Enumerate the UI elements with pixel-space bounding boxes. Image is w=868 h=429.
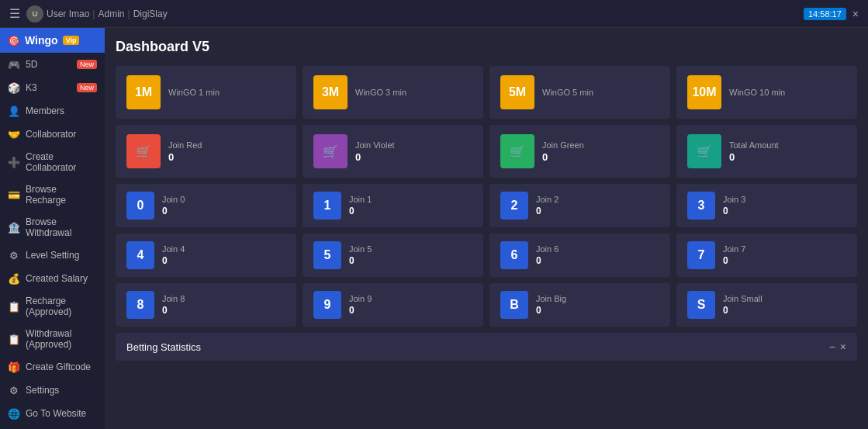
- wingo-1m-icon: 1M: [126, 75, 161, 109]
- join-1-card[interactable]: 1 Join 1 0: [303, 184, 483, 227]
- total-amount-label: Total Amount: [729, 140, 779, 150]
- join-8-card[interactable]: 8 Join 8 0: [116, 283, 296, 327]
- sidebar-item-members[interactable]: 👤 Members: [0, 99, 105, 123]
- sidebar-item-go-to-website[interactable]: 🌐 Go To Website: [0, 402, 105, 425]
- betting-stats-close-button[interactable]: ×: [840, 341, 846, 353]
- join-0-value: 0: [162, 206, 185, 216]
- join-big-card[interactable]: B Join Big 0: [489, 283, 670, 327]
- join-9-badge: 9: [313, 291, 341, 319]
- create-collaborator-icon: ➕: [8, 156, 20, 168]
- wingo-3m-label: WinGO 3 min: [355, 88, 406, 97]
- join-8-value: 0: [162, 305, 185, 316]
- collaborator-icon: 🤝: [8, 128, 20, 140]
- total-amount-icon: 🛒: [687, 134, 721, 168]
- sidebar-item-browse-withdrawal[interactable]: 🏦 Browse Withdrawal: [0, 211, 105, 244]
- total-amount-card[interactable]: 🛒 Total Amount 0: [676, 125, 857, 178]
- sidebar-item-label: K3: [26, 82, 37, 93]
- join-2-value: 0: [536, 206, 558, 216]
- wingo-3m-card[interactable]: 3M WinGO 3 min: [303, 66, 483, 119]
- join-5-label: Join 5: [349, 244, 372, 254]
- join-red-card[interactable]: 🛒 Join Red 0: [116, 125, 296, 178]
- 5d-icon: 🎮: [8, 58, 20, 71]
- total-amount-value: 0: [729, 151, 779, 163]
- join-5-value: 0: [349, 255, 372, 266]
- join-7-value: 0: [723, 255, 745, 266]
- members-icon: 👤: [8, 105, 20, 117]
- betting-stats-title: Betting Statistics: [126, 341, 201, 353]
- join-3-card[interactable]: 3 Join 3 0: [676, 184, 857, 227]
- join-violet-card[interactable]: 🛒 Join Violet 0: [303, 125, 483, 178]
- join-4-badge: 4: [126, 241, 154, 269]
- betting-stats-minimize-button[interactable]: −: [829, 341, 835, 353]
- join-0-card[interactable]: 0 Join 0 0: [116, 184, 296, 227]
- join-small-card[interactable]: S Join Small 0: [676, 283, 857, 327]
- join-1-value: 0: [349, 206, 372, 216]
- join-small-badge: S: [687, 291, 715, 319]
- created-salary-icon: 💰: [8, 272, 20, 285]
- brand-icon: 🎯: [8, 35, 20, 47]
- join-big-value: 0: [536, 305, 566, 316]
- sidebar-item-recharge-approved[interactable]: 📋 Recharge (Approved): [0, 290, 105, 323]
- join-6-card[interactable]: 6 Join 6 0: [489, 234, 670, 277]
- sidebar-item-5d[interactable]: 🎮 5D New: [0, 53, 105, 76]
- wingo-10m-info: WinGO 10 min: [729, 88, 785, 97]
- browse-withdrawal-icon: 🏦: [8, 221, 20, 234]
- join-1-label: Join 1: [349, 195, 372, 204]
- join-red-value: 0: [168, 151, 202, 163]
- sidebar-item-browse-recharge[interactable]: 💳 Browse Recharge: [0, 178, 105, 211]
- sidebar-item-label: Created Salary: [26, 273, 88, 284]
- wingo-5m-card[interactable]: 5M WinGO 5 min: [489, 66, 670, 119]
- withdrawal-approved-icon: 📋: [8, 333, 20, 345]
- join-7-card[interactable]: 7 Join 7 0: [676, 234, 857, 277]
- join-5-card[interactable]: 5 Join 5 0: [303, 234, 483, 277]
- join-6-value: 0: [536, 255, 558, 266]
- betting-stats-actions: − ×: [829, 341, 846, 353]
- join-8-info: Join 8 0: [162, 294, 185, 316]
- sidebar-item-create-giftcode[interactable]: 🎁 Create Giftcode: [0, 355, 105, 379]
- sidebar-item-k3[interactable]: 🎲 K3 New: [0, 76, 105, 99]
- join-green-info: Join Green 0: [542, 140, 584, 163]
- sidebar-item-withdrawal-approved[interactable]: 📋 Withdrawal (Approved): [0, 323, 105, 355]
- join-5-badge: 5: [313, 241, 341, 269]
- sidebar: 🎯 Wingo Vip 🎮 5D New 🎲 K3 New 👤 Members …: [0, 28, 105, 429]
- sidebar-item-collaborator[interactable]: 🤝 Collaborator: [0, 123, 105, 146]
- join-3-info: Join 3 0: [723, 195, 745, 216]
- sidebar-item-created-salary[interactable]: 💰 Created Salary: [0, 267, 105, 290]
- join-9-card[interactable]: 9 Join 9 0: [303, 283, 483, 327]
- number-cards-row-3: 8 Join 8 0 9 Join 9 0 B Join Big 0: [116, 283, 857, 327]
- sidebar-brand[interactable]: 🎯 Wingo Vip: [0, 28, 105, 53]
- sidebar-item-level-setting[interactable]: ⚙ Level Setting: [0, 244, 105, 267]
- join-red-icon: 🛒: [126, 134, 161, 168]
- betting-stats-bar: Betting Statistics − ×: [116, 333, 857, 361]
- 5d-badge: New: [77, 60, 97, 69]
- join-violet-info: Join Violet 0: [355, 140, 395, 163]
- sidebar-item-label: Create Giftcode: [26, 362, 91, 372]
- wingo-1m-card[interactable]: 1M WinGO 1 min: [116, 66, 296, 119]
- hamburger-icon[interactable]: ☰: [9, 6, 20, 21]
- topbar-close-button[interactable]: ×: [852, 8, 859, 20]
- join-2-badge: 2: [500, 192, 528, 220]
- join-green-icon: 🛒: [500, 134, 534, 168]
- join-green-card[interactable]: 🛒 Join Green 0: [489, 125, 670, 178]
- go-to-website-icon: 🌐: [8, 407, 20, 420]
- sidebar-item-label: Members: [26, 106, 64, 116]
- join-1-badge: 1: [313, 192, 341, 220]
- join-big-label: Join Big: [536, 294, 566, 303]
- join-4-info: Join 4 0: [162, 244, 185, 266]
- avatar: U: [26, 5, 43, 22]
- wingo-10m-card[interactable]: 10M WinGO 10 min: [676, 66, 857, 119]
- join-violet-label: Join Violet: [355, 140, 395, 150]
- join-6-info: Join 6 0: [536, 244, 558, 266]
- recharge-approved-icon: 📋: [8, 300, 20, 313]
- site-label: DigiSlay: [133, 9, 168, 19]
- join-big-badge: B: [500, 291, 528, 319]
- wingo-1m-info: WinGO 1 min: [168, 88, 220, 97]
- wingo-10m-icon: 10M: [687, 75, 721, 109]
- sidebar-item-create-collaborator[interactable]: ➕ Create Collaborator: [0, 146, 105, 178]
- join-3-label: Join 3: [723, 195, 745, 204]
- join-4-card[interactable]: 4 Join 4 0: [116, 234, 296, 277]
- sidebar-item-label: Recharge (Approved): [26, 296, 97, 317]
- sidebar-item-settings[interactable]: ⚙ Settings: [0, 379, 105, 402]
- join-2-card[interactable]: 2 Join 2 0: [489, 184, 670, 227]
- wingo-5m-info: WinGO 5 min: [542, 88, 593, 97]
